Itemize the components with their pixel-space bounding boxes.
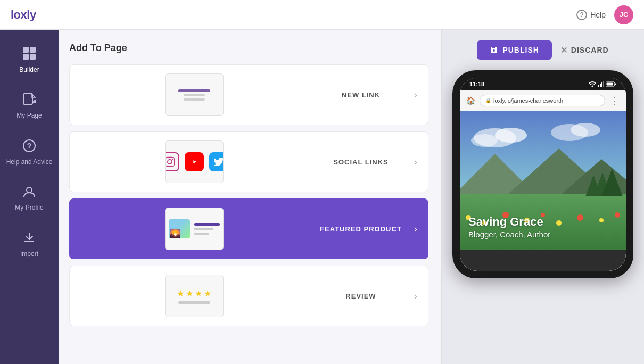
svg-rect-16: [601, 82, 602, 87]
content-area: Add To Page NEW LINK ›: [59, 30, 644, 364]
product-line-3: [194, 233, 209, 235]
phone-hero: Saving Grace Blogger, Coach, Author: [460, 111, 626, 250]
sidebar-item-my-page[interactable]: My Page: [0, 85, 59, 127]
preview-area: PUBLISH ✕ DISCARD 11:18: [442, 30, 644, 364]
publish-button[interactable]: PUBLISH: [477, 40, 551, 60]
product-image-thumb: [169, 219, 190, 238]
sidebar: Builder My Page ? Help and Advice: [0, 30, 59, 364]
featured-product-icon-area: [80, 208, 308, 250]
new-link-card[interactable]: NEW LINK ›: [69, 64, 428, 125]
phone-status-icons: [589, 81, 616, 87]
product-line-2: [194, 228, 213, 230]
svg-point-11: [171, 159, 173, 160]
star-1: ★: [177, 288, 184, 299]
phone-bottom-bar: [460, 250, 626, 271]
sidebar-label-profile: My Profile: [15, 204, 43, 211]
link-icon: [178, 89, 210, 101]
svg-point-23: [495, 128, 527, 143]
hero-name: Saving Grace: [468, 215, 617, 229]
main-layout: Builder My Page ? Help and Advice: [0, 30, 644, 364]
svg-text:?: ?: [27, 142, 32, 150]
link-bar-main: [178, 89, 210, 92]
phone-mockup: 11:18: [452, 70, 633, 278]
svg-rect-15: [600, 84, 601, 87]
social-links-chevron-icon: ›: [414, 156, 417, 168]
home-browser-icon: 🏠: [466, 96, 475, 105]
sidebar-item-builder[interactable]: Builder: [0, 38, 59, 81]
review-card[interactable]: ★ ★ ★ ★ REVIEW ›: [69, 266, 428, 326]
signal-icon: [598, 81, 604, 87]
sidebar-item-help[interactable]: ? Help and Advice: [0, 131, 59, 173]
product-lines: [194, 223, 220, 235]
discard-x-icon: ✕: [560, 45, 568, 55]
product-line-1: [194, 223, 220, 226]
hero-text-area: Saving Grace Blogger, Coach, Author: [468, 215, 617, 239]
review-icon-area: ★ ★ ★ ★: [80, 275, 308, 317]
svg-point-13: [592, 86, 593, 87]
svg-rect-14: [598, 85, 599, 87]
svg-rect-2: [23, 54, 29, 60]
social-links-icon-area: [80, 140, 308, 183]
help-label: Help: [590, 11, 606, 19]
browser-url-box: 🔒 loxly.io/james-charlesworth: [480, 95, 605, 106]
import-icon: [22, 231, 36, 247]
new-link-icon-box: [165, 73, 224, 116]
app-logo: loxly: [11, 8, 36, 22]
svg-point-24: [471, 134, 498, 147]
youtube-icon: [185, 152, 204, 171]
link-bar-short1: [184, 94, 205, 96]
new-link-chevron-icon: ›: [414, 89, 417, 101]
phone-browser-bar: 🏠 🔒 loxly.io/james-charlesworth ⋮: [460, 90, 626, 111]
svg-point-10: [167, 160, 171, 164]
phone-status-bar: 11:18: [460, 78, 626, 90]
sidebar-item-profile[interactable]: My Profile: [0, 177, 59, 219]
browser-menu-icon: ⋮: [609, 95, 620, 106]
svg-rect-8: [24, 241, 34, 242]
review-chevron-icon: ›: [414, 291, 417, 302]
svg-rect-0: [23, 47, 29, 53]
social-links-label: SOCIAL LINKS: [318, 158, 403, 166]
social-links-icon-box: [165, 140, 224, 183]
svg-rect-1: [30, 47, 36, 53]
discard-button[interactable]: ✕ DISCARD: [560, 45, 609, 55]
profile-icon: [22, 185, 36, 201]
svg-rect-20: [607, 83, 613, 86]
sidebar-item-import[interactable]: Import: [0, 224, 59, 265]
navbar-right: ? Help JC: [576, 5, 633, 24]
help-nav-icon: ?: [22, 139, 36, 155]
social-links-card[interactable]: SOCIAL LINKS ›: [69, 131, 428, 192]
add-to-page-title: Add To Page: [69, 43, 428, 54]
browser-url: loxly.io/james-charlesworth: [493, 97, 563, 104]
navbar: loxly ? Help JC: [0, 0, 644, 30]
help-circle-icon: ?: [576, 10, 587, 20]
svg-point-26: [571, 123, 600, 137]
preview-toolbar: PUBLISH ✕ DISCARD: [452, 40, 633, 60]
star-4: ★: [204, 288, 211, 299]
featured-product-card[interactable]: FEATURED PRODUCT ›: [69, 198, 428, 259]
wifi-icon: [589, 81, 596, 87]
builder-icon: [22, 46, 37, 63]
twitter-icon: [209, 152, 224, 171]
link-bar-short2: [184, 98, 205, 101]
save-icon: [490, 46, 498, 54]
review-icon: ★ ★ ★ ★: [177, 288, 211, 304]
stars-row: ★ ★ ★ ★: [177, 288, 211, 299]
sidebar-label-builder: Builder: [19, 66, 39, 73]
star-2: ★: [186, 288, 193, 299]
featured-product-label: FEATURED PRODUCT: [318, 225, 403, 233]
battery-icon: [606, 81, 616, 87]
svg-rect-19: [615, 84, 616, 85]
discard-label: DISCARD: [571, 46, 609, 54]
featured-product-chevron-icon: ›: [414, 224, 417, 235]
sidebar-label-import: Import: [20, 250, 38, 258]
help-button[interactable]: ? Help: [576, 10, 606, 20]
new-link-label: NEW LINK: [318, 91, 403, 99]
sidebar-label-my-page: My Page: [16, 112, 42, 119]
my-page-icon: [22, 93, 36, 109]
svg-rect-3: [30, 54, 36, 60]
add-to-page-panel: Add To Page NEW LINK ›: [59, 30, 442, 364]
review-icon-box: ★ ★ ★ ★: [165, 275, 224, 317]
featured-product-icon-box: [165, 208, 224, 250]
user-avatar[interactable]: JC: [614, 5, 633, 24]
publish-label: PUBLISH: [502, 46, 539, 54]
